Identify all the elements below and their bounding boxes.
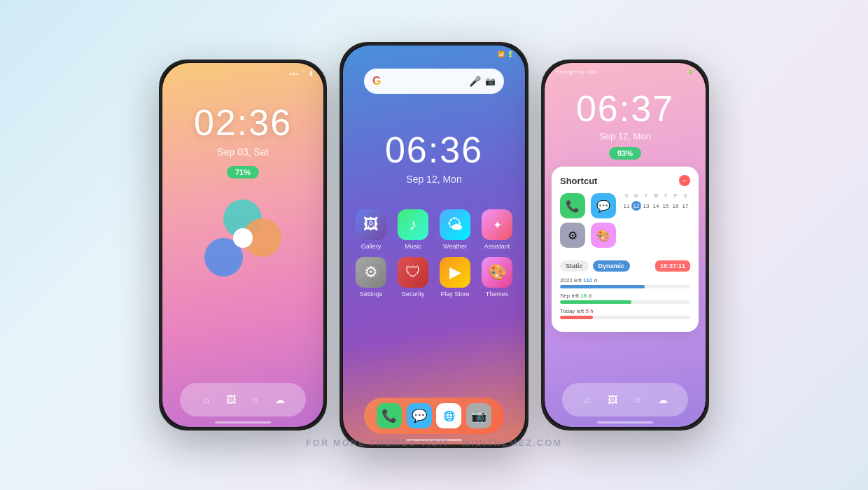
app-assistant[interactable]: ✦ Assistant xyxy=(479,209,514,250)
phone1-clock: 02:36 xyxy=(194,102,292,144)
lens-icon[interactable]: 📷 xyxy=(485,76,496,86)
app-security[interactable]: 🛡 Security xyxy=(396,257,430,298)
app-music[interactable]: ♪ Music xyxy=(396,209,430,250)
cal-day-15[interactable]: 15 xyxy=(661,201,671,211)
phone3-clock: 06:37 xyxy=(576,88,674,130)
progress-today: Today left 5 h xyxy=(560,308,690,319)
cal-day-12-today[interactable]: 12 xyxy=(631,201,641,211)
dock-phone[interactable]: 📞 xyxy=(377,403,402,428)
dock3-gallery[interactable]: 🖼 xyxy=(605,392,620,407)
prog-2022-label: 2022 left 110 d xyxy=(560,277,597,284)
cal-day-11[interactable]: 11 xyxy=(622,201,631,211)
widget-app-icons-2: 💬 🎨 xyxy=(591,193,616,248)
dynamic-toggle[interactable]: Dynamic xyxy=(593,260,631,272)
app-settings[interactable]: ⚙ Settings xyxy=(354,257,388,298)
gallery-label: Gallery xyxy=(361,243,382,250)
cal-header: S M T W T F S xyxy=(622,193,690,198)
prog-today-bar xyxy=(560,316,593,319)
phone1-date: Sep 03, Sat xyxy=(217,146,268,158)
search-bar[interactable]: G 🎤 📷 xyxy=(364,69,504,94)
battery-icon xyxy=(309,70,312,76)
dock3-home[interactable]: ⌂ xyxy=(580,392,595,407)
music-icon: ♪ xyxy=(398,209,428,240)
cal-day-13[interactable]: 13 xyxy=(641,201,651,211)
time-display: 18:37:11 xyxy=(655,260,690,272)
playstore-icon: ▶ xyxy=(440,257,470,288)
app-themes[interactable]: 🎨 Themes xyxy=(479,257,514,298)
prog-sep-bar-bg xyxy=(560,300,690,304)
cal-s1: S xyxy=(622,193,631,198)
widget-settings-icon[interactable]: ⚙ xyxy=(560,223,585,248)
widget-title: Shortcut xyxy=(560,176,597,186)
widget-close-button[interactable]: − xyxy=(679,175,690,186)
security-icon: 🛡 xyxy=(398,257,428,288)
emergency-text: Emergency calls xyxy=(556,69,597,75)
settings-icon: ⚙ xyxy=(356,257,386,288)
dock-weather[interactable]: ☁ xyxy=(272,392,288,407)
cal-w: W xyxy=(651,193,661,198)
phone-1: 02:36 Sep 03, Sat 71% ⌂ 🖼 ○ ☁ xyxy=(159,59,327,430)
cal-m: M xyxy=(631,193,641,198)
cal-days-row: 11 12 13 14 15 16 17 xyxy=(622,201,690,211)
phone3-battery-badge: 93% xyxy=(609,147,641,160)
cal-t2: T xyxy=(661,193,671,198)
dock-circle[interactable]: ○ xyxy=(248,392,263,407)
shortcut-widget: Shortcut − 📞 ⚙ 💬 🎨 xyxy=(552,167,699,332)
app-weather[interactable]: 🌤 Weather xyxy=(438,209,472,250)
weather-icon: 🌤 xyxy=(440,209,470,240)
app-gallery[interactable]: 🖼 Gallery xyxy=(354,209,388,250)
phone2-bg: 📶 🔋 G 🎤 📷 06:36 Sep 12, Mon 🖼 Gallery xyxy=(343,46,525,444)
dock-messages[interactable]: 💬 xyxy=(407,403,432,428)
phone-2: 📶 🔋 G 🎤 📷 06:36 Sep 12, Mon 🖼 Gallery xyxy=(340,42,528,448)
gallery-icon: 🖼 xyxy=(356,209,386,240)
widget-themes-icon[interactable]: 🎨 xyxy=(591,223,616,248)
phone1-battery: 71% xyxy=(227,166,259,178)
widget-app-icons: 📞 ⚙ xyxy=(560,193,585,248)
dock-camera[interactable]: 📷 xyxy=(466,403,491,428)
dock-gallery[interactable]: 🖼 xyxy=(223,392,239,407)
wifi-icon xyxy=(301,69,307,78)
dock3-weather[interactable]: ☁ xyxy=(655,392,671,407)
app-grid-row1: 🖼 Gallery ♪ Music 🌤 Weather ✦ Assistant xyxy=(343,199,525,308)
phone1-status-icons xyxy=(288,69,312,78)
static-toggle[interactable]: Static xyxy=(560,260,589,272)
toggle-row: Static Dynamic 18:37:11 xyxy=(560,260,690,272)
progress-2022: 2022 left 110 d xyxy=(560,277,690,288)
phone3-date: Sep 12, Mon xyxy=(599,131,651,141)
mic-icon[interactable]: 🎤 xyxy=(469,76,481,87)
signal-icon xyxy=(288,70,299,76)
cal-day-16[interactable]: 16 xyxy=(671,201,680,211)
widget-phone-icon[interactable]: 📞 xyxy=(560,193,585,218)
phone2-date: Sep 12, Mon xyxy=(406,174,461,185)
cal-day-14[interactable]: 14 xyxy=(651,201,661,211)
widget-msg-icon[interactable]: 💬 xyxy=(591,193,616,218)
app-playstore[interactable]: ▶ Play Store xyxy=(438,257,472,298)
prog-2022-bar xyxy=(560,285,645,288)
progress-sep: Sep left 18 d xyxy=(560,293,690,304)
music-label: Music xyxy=(405,243,421,250)
phone2-clock: 06:36 xyxy=(385,129,483,171)
home-indicator-1 xyxy=(215,421,271,424)
widget-header: Shortcut − xyxy=(560,175,690,186)
dock3-circle[interactable]: ○ xyxy=(630,392,645,407)
phone2-battery-icon: 🔋 xyxy=(507,51,514,57)
cal-day-17[interactable]: 17 xyxy=(680,201,690,211)
phone1-status-bar xyxy=(162,63,323,80)
phone2-dock: 📞 💬 🌐 📷 xyxy=(364,398,504,434)
widget-calendar: S M T W T F S 11 12 13 xyxy=(622,193,690,255)
phone3-bg: Emergency calls 🔋 06:37 Sep 12, Mon 93% … xyxy=(545,63,706,427)
cal-t1: T xyxy=(641,193,651,198)
phone3-status-bar: Emergency calls 🔋 xyxy=(545,63,706,78)
assistant-icon: ✦ xyxy=(482,209,512,240)
assistant-label: Assistant xyxy=(484,243,510,250)
phone2-status-icons: 📶 🔋 xyxy=(498,51,514,57)
settings-label: Settings xyxy=(360,290,383,298)
phone2-status-bar: 📶 🔋 xyxy=(343,46,525,60)
cal-s2: S xyxy=(680,193,690,198)
phone1-dock: ⌂ 🖼 ○ ☁ xyxy=(180,383,306,416)
dock-home[interactable]: ⌂ xyxy=(199,392,214,407)
dock-chrome[interactable]: 🌐 xyxy=(436,403,461,428)
playstore-label: Play Store xyxy=(440,290,470,298)
phone3-dock: ⌂ 🖼 ○ ☁ xyxy=(562,383,688,416)
phone3-battery: 🔋 xyxy=(687,69,694,75)
